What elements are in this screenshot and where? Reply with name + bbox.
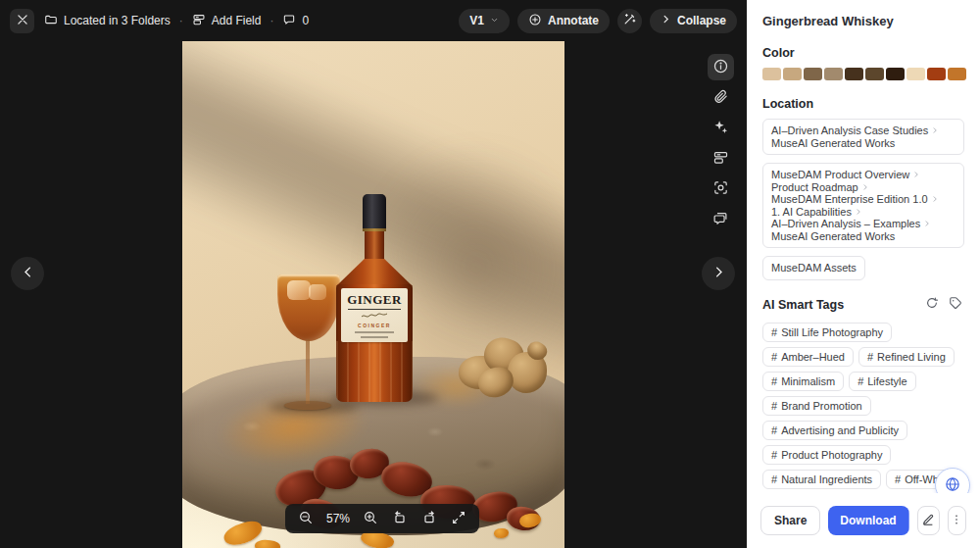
location-path-item: Product Roadmap [771, 181, 956, 194]
add-field-button[interactable]: Add Field [192, 13, 262, 29]
ginger-liqueur-bottle: GINGER COINGER [334, 194, 415, 402]
download-button[interactable]: Download [828, 506, 907, 535]
comments-panel-button[interactable] [708, 206, 734, 232]
comment-icon [282, 13, 296, 29]
tag-chip[interactable]: #Natural Ingredients [762, 470, 881, 489]
viewer-header-actions: V1 Annotate [459, 9, 737, 33]
label-script-flourish [360, 313, 389, 320]
tag-chip[interactable]: #Refined Living [858, 347, 955, 367]
rotate-right-icon [421, 510, 437, 528]
comment-count: 0 [302, 14, 309, 27]
zoom-level[interactable]: 57% [322, 512, 354, 525]
collapse-label: Collapse [677, 14, 726, 27]
manage-tags-button[interactable] [947, 296, 964, 314]
info-icon [712, 58, 729, 77]
color-swatch[interactable] [927, 68, 946, 80]
location-path-item: MuseDAM Enterprise Edition 1.0 [771, 193, 956, 206]
location-section: Location AI–Driven Analysis Case Studies… [762, 97, 964, 280]
color-swatch[interactable] [865, 68, 884, 80]
version-selector[interactable]: V1 [459, 9, 510, 33]
ai-assistant-button[interactable] [708, 115, 734, 141]
located-label: Located in 3 Folders [64, 14, 171, 27]
located-in-folders-button[interactable]: Located in 3 Folders [44, 13, 171, 29]
viewer-header: Located in 3 Folders · Add Field · 0 V1 [0, 0, 747, 41]
annotate-button[interactable]: Annotate [517, 9, 610, 33]
ai-smart-tags-section: AI Smart Tags #Still Life Photography [762, 296, 964, 489]
fullscreen-button[interactable] [446, 506, 471, 531]
location-path-item: MuseAI Generated Works [771, 137, 956, 150]
kebab-icon [950, 513, 963, 529]
ai-sparkles-icon [712, 119, 729, 138]
location-path-item: 1. AI Capabilities [771, 206, 956, 219]
download-split-button: Download ⋯ [828, 506, 909, 535]
color-swatch[interactable] [824, 68, 843, 80]
color-swatch[interactable] [886, 68, 905, 80]
chevron-right-icon [930, 194, 940, 204]
zoom-out-icon [298, 510, 314, 528]
chevron-right-icon [711, 265, 726, 282]
rotate-left-icon [392, 510, 408, 528]
regenerate-tags-button[interactable] [923, 296, 941, 314]
color-swatch[interactable] [783, 68, 802, 80]
tag-chip[interactable]: #Advertising and Publicity [762, 421, 907, 440]
location-path-item: MuseAI Generated Works [771, 230, 956, 243]
find-similar-button[interactable] [708, 175, 734, 202]
fields-panel-button[interactable] [708, 145, 734, 172]
color-swatch[interactable] [804, 68, 822, 80]
add-field-label: Add Field [212, 14, 262, 27]
sidebar-action-bar: Share Download ⋯ [747, 493, 980, 548]
refresh-icon [925, 296, 939, 313]
rotate-right-button[interactable] [416, 506, 442, 531]
color-swatch[interactable] [845, 68, 863, 80]
collapse-button[interactable]: Collapse [650, 9, 737, 33]
comments-count-button[interactable]: 0 [282, 13, 309, 29]
magic-wand-icon [622, 12, 637, 29]
folder-icon [44, 13, 58, 29]
attachment-icon [712, 88, 729, 108]
location-card[interactable]: AI–Driven Analysis Case Studies MuseAI G… [762, 119, 964, 155]
tag-chip[interactable]: #Amber–Hued [762, 347, 854, 367]
color-swatch[interactable] [762, 68, 781, 80]
tag-chip[interactable]: #Minimalism [762, 372, 844, 391]
magic-wand-button[interactable] [617, 9, 642, 33]
ai-smart-tags-header: AI Smart Tags [762, 296, 964, 314]
location-card[interactable]: MuseDAM Assets [762, 256, 865, 280]
find-similar-icon [712, 179, 729, 199]
info-panel-button[interactable] [708, 54, 734, 80]
chevron-right-icon [922, 219, 932, 228]
asset-image: GINGER COINGER [182, 41, 564, 548]
location-path-item: AI–Driven Analysis – Examples [771, 218, 956, 230]
location-card[interactable]: MuseDAM Product Overview Product Roadmap… [762, 163, 964, 248]
fullscreen-icon [451, 510, 466, 528]
tag-chip[interactable]: #Brand Promotion [762, 396, 871, 416]
next-asset-button[interactable] [702, 257, 735, 290]
rotate-left-button[interactable] [387, 506, 413, 531]
color-swatch[interactable] [906, 68, 925, 80]
zoom-in-button[interactable] [358, 506, 383, 531]
annotate-label: Annotate [548, 14, 599, 27]
previous-asset-button[interactable] [11, 257, 44, 290]
tag-chip[interactable]: #Still Life Photography [762, 323, 892, 342]
ai-smart-tags-heading: AI Smart Tags [762, 298, 917, 312]
color-swatch[interactable] [948, 68, 966, 80]
zoom-out-button[interactable] [293, 506, 318, 531]
chevron-down-icon [490, 14, 499, 27]
version-label: V1 [469, 14, 484, 27]
close-button[interactable] [10, 9, 34, 33]
more-options-button[interactable] [948, 506, 966, 535]
tag-chip[interactable]: #Product Photography [762, 445, 891, 465]
chevron-right-icon [930, 125, 940, 135]
share-button[interactable]: Share [760, 506, 820, 535]
chevron-left-icon [21, 265, 35, 282]
fields-icon [712, 149, 729, 169]
tag-chip[interactable]: #Lifestyle [849, 372, 915, 391]
zoom-in-icon [363, 510, 378, 528]
edit-button[interactable] [917, 506, 939, 535]
attachments-button[interactable] [708, 84, 734, 111]
color-section: Color [762, 46, 964, 80]
tag-icon [949, 296, 962, 313]
asset-viewer: Located in 3 Folders · Add Field · 0 V1 [0, 0, 747, 548]
chevron-right-icon [854, 207, 863, 217]
color-heading: Color [762, 46, 964, 60]
download-options-button[interactable]: ⋯ [908, 506, 910, 535]
